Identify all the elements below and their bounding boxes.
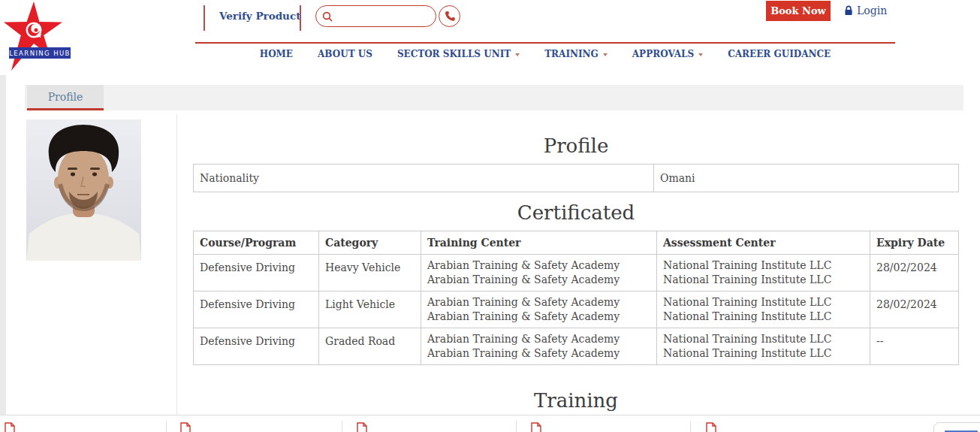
book-now-button[interactable]: Book Now: [766, 1, 831, 21]
login-link[interactable]: Login: [844, 5, 887, 17]
lock-icon: [844, 5, 853, 16]
cell-category: Heavy Vehicle: [319, 255, 421, 292]
phone-icon: [444, 11, 455, 22]
document-icon: [5, 422, 15, 432]
logo-wordmark: LEARNING HUB: [9, 47, 71, 59]
table-row: Defensive Driving Heavy Vehicle Arabian …: [194, 255, 959, 292]
cell-assessment-center: National Training Institute LLC National…: [657, 328, 870, 365]
nav-approvals[interactable]: APPROVALS: [632, 49, 703, 59]
login-label: Login: [857, 5, 887, 17]
phone-button[interactable]: [439, 5, 460, 27]
cell-training-center: Arabian Training & Safety Academy Arabia…: [421, 328, 657, 365]
footer-column-divider: [516, 421, 517, 432]
search-icon: [322, 11, 333, 22]
header-divider-line: [195, 42, 895, 44]
cell-course: Defensive Driving: [194, 328, 319, 365]
nationality-label: Nationality: [194, 165, 654, 192]
content-divider: [176, 114, 177, 415]
profile-photo: [26, 119, 141, 261]
cell-training-center: Arabian Training & Safety Academy Arabia…: [421, 255, 657, 292]
col-expiry-date: Expiry Date: [870, 231, 959, 255]
nationality-table: Nationality Omani: [193, 164, 959, 192]
nav-about-us[interactable]: ABOUT US: [318, 49, 372, 59]
tab-bar: Profile: [25, 85, 963, 110]
verify-product-link[interactable]: Verify Product: [219, 10, 300, 22]
cell-expiry: --: [870, 328, 959, 365]
cell-course: Defensive Driving: [194, 292, 319, 328]
footer-column-divider: [342, 421, 342, 432]
certificated-table: Course/Program Category Training Center …: [193, 231, 959, 365]
search-box[interactable]: [315, 5, 436, 27]
col-course-program: Course/Program: [194, 231, 319, 255]
cell-training-center: Arabian Training & Safety Academy Arabia…: [421, 292, 657, 328]
nav-career-guidance[interactable]: CAREER GUIDANCE: [728, 49, 831, 59]
main-nav: HOME ABOUT US SECTOR SKILLS UNIT TRAININ…: [195, 46, 895, 62]
search-input[interactable]: [337, 11, 427, 22]
col-assessment-center: Assessment Center: [657, 231, 870, 255]
chevron-down-icon: [698, 53, 703, 56]
certificated-heading: Certificated: [193, 201, 959, 224]
header-separator: [300, 5, 301, 31]
partial-button[interactable]: [933, 422, 980, 432]
chevron-down-icon: [515, 53, 520, 56]
training-heading: Training: [193, 389, 959, 412]
cell-assessment-center: National Training Institute LLC National…: [657, 255, 870, 292]
cell-category: Light Vehicle: [319, 292, 421, 328]
table-row: Nationality Omani: [194, 165, 959, 192]
cell-category: Graded Road: [319, 328, 421, 365]
learning-hub-logo[interactable]: [2, 2, 92, 74]
star-logo-icon: [2, 2, 65, 74]
cell-course: Defensive Driving: [194, 255, 319, 292]
page: LEARNING HUB Verify Product Book Now Log…: [0, 0, 980, 432]
table-row: Defensive Driving Light Vehicle Arabian …: [194, 292, 959, 328]
nav-sector-skills-unit[interactable]: SECTOR SKILLS UNIT: [397, 49, 520, 59]
document-icon: [357, 422, 367, 432]
footer-divider-line: [0, 415, 980, 415]
profile-heading: Profile: [193, 134, 959, 157]
tab-profile[interactable]: Profile: [27, 85, 104, 110]
document-icon: [180, 422, 191, 432]
cell-assessment-center: National Training Institute LLC National…: [657, 292, 870, 328]
nav-home[interactable]: HOME: [260, 49, 293, 59]
document-icon: [531, 422, 541, 432]
table-header-row: Course/Program Category Training Center …: [194, 231, 959, 255]
chevron-down-icon: [603, 53, 608, 56]
left-edge-strip: [0, 75, 6, 415]
table-row: Defensive Driving Graded Road Arabian Tr…: [194, 328, 959, 365]
nav-training[interactable]: TRAINING: [544, 49, 608, 59]
document-icon: [706, 422, 716, 432]
col-training-center: Training Center: [421, 231, 657, 255]
cell-expiry: 28/02/2024: [870, 255, 959, 292]
col-category: Category: [319, 231, 421, 255]
nationality-value: Omani: [654, 165, 959, 192]
footer-column-divider: [690, 421, 691, 432]
header-separator: [204, 5, 205, 31]
footer-column-divider: [166, 421, 167, 432]
cell-expiry: 28/02/2024: [870, 292, 959, 328]
